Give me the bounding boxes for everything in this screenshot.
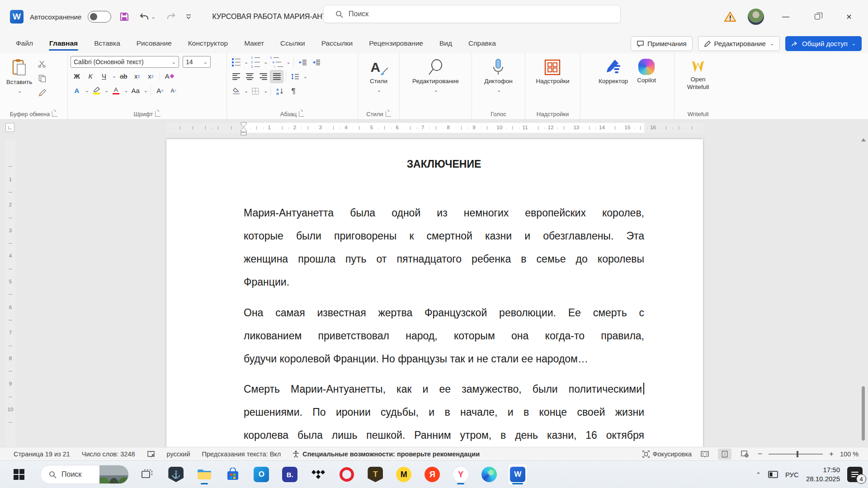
document-page[interactable]: ЗАКЛЮЧЕНИЕ Мария-Антуанетта была одной и…	[166, 139, 703, 447]
comments-button[interactable]: Примечания	[631, 36, 693, 51]
yandex-icon[interactable]: Я	[422, 464, 442, 485]
tab-mailings[interactable]: Рассылки	[316, 35, 359, 52]
tidal-icon[interactable]	[308, 464, 328, 485]
taskbar-search[interactable]: Поиск	[40, 465, 129, 484]
paste-button[interactable]: Вставить ⌄	[3, 56, 36, 108]
language-indicator[interactable]: русский	[167, 450, 190, 458]
tray-show-hidden-icons[interactable]: ⌃	[756, 471, 761, 478]
notification-center-button[interactable]: 4	[847, 467, 863, 482]
editing-menu-button[interactable]: Редактирование ⌄	[409, 56, 462, 108]
font-size-combobox[interactable]: 14⌄	[183, 56, 211, 68]
vertical-scrollbar[interactable]	[860, 136, 867, 447]
tray-panel-icon[interactable]	[768, 470, 778, 479]
scrollbar-thumb[interactable]	[862, 386, 865, 441]
bullet-list-button[interactable]	[230, 56, 242, 68]
paragraph-dialog-launcher[interactable]	[299, 111, 304, 117]
font-dialog-launcher[interactable]	[155, 111, 160, 117]
tab-view[interactable]: Вид	[434, 35, 458, 52]
format-painter-button[interactable]	[36, 87, 48, 99]
text-predictions[interactable]: Предсказания текста: Вкл	[202, 450, 281, 458]
zoom-in-button[interactable]: +	[829, 450, 834, 459]
sort-button[interactable]: АЯ	[274, 85, 286, 97]
redo-button[interactable]	[164, 9, 177, 24]
paragraph[interactable]: Она самая известная жертва Французской р…	[244, 301, 644, 371]
show-formatting-marks-button[interactable]: ¶	[287, 85, 300, 97]
editing-mode-button[interactable]: Редактирование ⌄	[698, 36, 780, 51]
borders-button[interactable]	[249, 85, 262, 97]
zoom-slider-thumb[interactable]	[797, 451, 798, 457]
styles-button[interactable]: А Стили ⌄	[366, 56, 392, 108]
change-case-button[interactable]: Аа	[129, 84, 142, 97]
zoom-out-button[interactable]: −	[758, 450, 762, 459]
paragraph[interactable]: Смерть Марии-Антуанетты, как и ее замуже…	[244, 378, 644, 447]
focus-mode-button[interactable]: Фокусировка	[642, 450, 692, 458]
shading-button[interactable]	[230, 85, 242, 97]
document-heading[interactable]: ЗАКЛЮЧЕНИЕ	[244, 158, 644, 170]
strikethrough-button[interactable]: ab	[117, 70, 130, 82]
underline-chevron[interactable]: ⌄	[112, 73, 116, 79]
text-line[interactable]: королева была лишь пешкой. Ранним утром,…	[244, 424, 644, 447]
search-box[interactable]: Поиск	[323, 5, 621, 23]
line-spacing-button[interactable]	[289, 70, 302, 83]
tab-references[interactable]: Ссылки	[274, 35, 311, 52]
microsoft-store-icon[interactable]	[223, 464, 243, 485]
horizontal-ruler[interactable]: 12345678910111213141516	[166, 123, 703, 133]
zoom-level[interactable]: 100 %	[840, 450, 862, 458]
restore-button[interactable]	[807, 8, 827, 26]
justify-button[interactable]	[270, 70, 283, 83]
vk-icon[interactable]: B.	[280, 464, 300, 485]
text-line[interactable]: которые были приговорены к смертной казн…	[244, 225, 644, 248]
paragraph[interactable]: Мария-Антуанетта была одной из немногих …	[244, 202, 644, 294]
print-layout-button[interactable]	[718, 449, 731, 460]
word-app-icon[interactable]: W	[10, 10, 24, 23]
tray-clock[interactable]: 17:50 28.10.2025	[806, 465, 840, 484]
document-area[interactable]: 12345678910 ЗАКЛЮЧЕНИЕ Мария-Антуанетта …	[0, 136, 868, 447]
quick-access-toolbar-chevron[interactable]	[184, 9, 193, 24]
shrink-font-button[interactable]: А˅	[167, 84, 180, 97]
multilevel-list-button[interactable]: 1ai	[269, 56, 284, 68]
autosave-toggle[interactable]	[88, 11, 111, 23]
copy-button[interactable]	[36, 72, 48, 84]
decrease-indent-button[interactable]	[297, 56, 309, 68]
input-language-indicator[interactable]: РУС	[785, 471, 799, 479]
editor-button[interactable]: Корректор	[595, 56, 632, 108]
tab-design[interactable]: Конструктор	[182, 35, 234, 52]
task-view-button[interactable]	[137, 464, 157, 485]
copilot-button[interactable]: Copilot	[633, 56, 660, 108]
start-button[interactable]	[9, 464, 29, 485]
dictate-button[interactable]: Диктофон ⌄	[481, 56, 516, 108]
align-center-button[interactable]	[243, 70, 256, 83]
close-button[interactable]: ✕	[839, 8, 859, 26]
yellow-m-app-icon[interactable]: M	[394, 464, 414, 485]
subscript-button[interactable]: x2	[131, 70, 143, 82]
yandex-browser-icon[interactable]: Y	[451, 464, 471, 485]
cut-button[interactable]	[36, 58, 48, 70]
text-line[interactable]: женщина прошла путь от пятнадцатого ребе…	[244, 248, 644, 271]
tab-home[interactable]: Главная	[43, 35, 84, 52]
align-right-button[interactable]	[257, 70, 269, 83]
text-line[interactable]: решениями. По иронии судьбы, и в начале,…	[244, 401, 644, 424]
tab-draw[interactable]: Рисование	[131, 35, 178, 52]
opera-icon[interactable]	[337, 464, 357, 485]
italic-button[interactable]: К	[84, 70, 97, 82]
align-left-button[interactable]	[230, 70, 242, 83]
undo-button[interactable]: ⌄	[137, 9, 157, 24]
indent-markers[interactable]	[241, 122, 247, 136]
styles-dialog-launcher[interactable]	[386, 111, 391, 117]
text-line[interactable]: Франции.	[244, 271, 644, 294]
vertical-ruler[interactable]: 12345678910	[5, 139, 15, 447]
proofing-status[interactable]	[147, 450, 155, 458]
edge-icon[interactable]	[479, 464, 499, 485]
tab-file[interactable]: Файл	[10, 35, 39, 52]
text-line[interactable]: Она самая известная жертва Французской р…	[244, 301, 644, 324]
word-taskbar-icon[interactable]: W	[508, 464, 528, 485]
save-button[interactable]	[118, 9, 131, 24]
word-count[interactable]: Число слов: 3248	[82, 450, 135, 458]
bold-button[interactable]: Ж	[71, 70, 83, 82]
tab-help[interactable]: Справка	[462, 35, 502, 52]
undo-dropdown-chevron[interactable]: ⌄	[151, 14, 155, 20]
text-effects-button[interactable]: А	[71, 84, 83, 97]
file-explorer-icon[interactable]	[194, 464, 214, 485]
document-paragraphs[interactable]: Мария-Антуанетта была одной из немногих …	[244, 202, 644, 447]
minimize-button[interactable]: —	[776, 8, 796, 26]
